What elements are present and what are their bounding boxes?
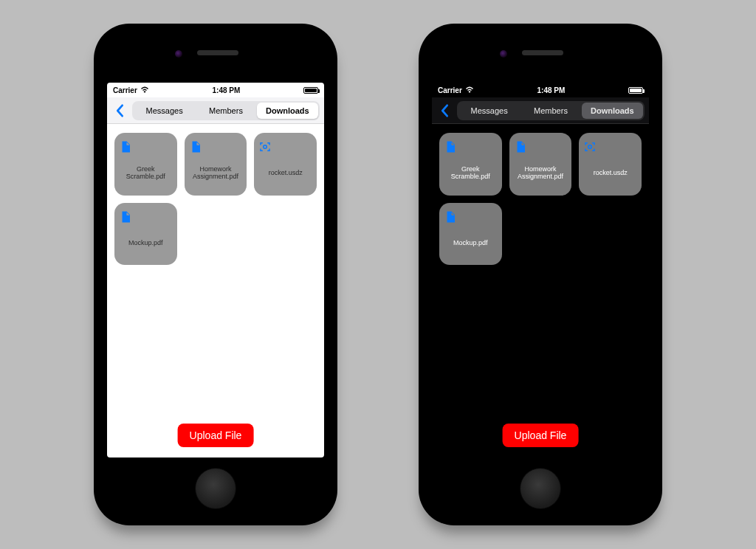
tab-label: Messages (471, 106, 508, 115)
phone-frame-light: Carrier 1:48 PM Messages Members Downloa… (94, 24, 337, 525)
clock-label: 1:48 PM (213, 86, 241, 94)
wifi-icon (465, 86, 474, 94)
file-name: rocket.usdz (269, 155, 303, 191)
clock-label: 1:48 PM (537, 86, 566, 94)
file-name: Greek Scramble.pdf (444, 155, 498, 191)
upload-file-button[interactable]: Upload File (503, 424, 579, 447)
camera-dot (175, 50, 182, 58)
nav-bar: Messages Members Downloads (107, 97, 324, 124)
svg-point-0 (264, 145, 267, 149)
camera-dot (500, 50, 507, 58)
file-name: rocket.usdz (594, 155, 628, 191)
segmented-control: Messages Members Downloads (457, 101, 645, 120)
tab-members[interactable]: Members (520, 103, 581, 119)
segmented-control: Messages Members Downloads (132, 101, 320, 120)
upload-file-button[interactable]: Upload File (178, 424, 254, 447)
tab-messages[interactable]: Messages (134, 103, 195, 119)
tab-label: Downloads (591, 106, 634, 115)
home-button[interactable] (195, 468, 236, 509)
document-icon (119, 210, 132, 224)
file-tile[interactable]: Homework Assignment.pdf (509, 133, 572, 196)
wifi-icon (140, 86, 149, 94)
document-icon (444, 210, 457, 224)
file-tile[interactable]: Greek Scramble.pdf (439, 133, 502, 196)
file-tile[interactable]: rocket.usdz (579, 133, 642, 196)
arkit-icon (583, 140, 597, 153)
back-chevron-icon[interactable] (111, 103, 128, 119)
tab-label: Messages (146, 106, 183, 115)
tab-label: Downloads (266, 106, 309, 115)
battery-icon (303, 87, 318, 94)
document-icon (444, 140, 457, 153)
carrier-label: Carrier (438, 86, 462, 94)
home-button[interactable] (520, 468, 561, 509)
file-grid: Greek Scramble.pdf Homework Assignment.p… (114, 133, 317, 265)
tab-messages[interactable]: Messages (458, 103, 520, 119)
earpiece (197, 50, 238, 55)
phone-frame-dark: Carrier 1:48 PM Messages Members Downloa… (419, 24, 662, 525)
tab-label: Members (534, 106, 568, 115)
tab-members[interactable]: Members (195, 103, 256, 119)
file-name: Homework Assignment.pdf (514, 155, 568, 191)
carrier-label: Carrier (113, 86, 137, 94)
file-name: Mockup.pdf (453, 225, 488, 261)
upload-button-label: Upload File (515, 429, 567, 441)
status-bar: Carrier 1:48 PM (432, 83, 649, 97)
file-grid: Greek Scramble.pdf Homework Assignment.p… (439, 133, 642, 265)
file-tile[interactable]: rocket.usdz (254, 133, 317, 196)
tab-downloads[interactable]: Downloads (582, 103, 643, 119)
nav-bar: Messages Members Downloads (432, 97, 649, 124)
document-icon (119, 140, 132, 153)
tab-downloads[interactable]: Downloads (257, 103, 318, 119)
svg-point-1 (588, 145, 592, 149)
file-name: Mockup.pdf (128, 225, 163, 261)
file-tile[interactable]: Mockup.pdf (439, 203, 502, 266)
upload-button-label: Upload File (190, 429, 242, 441)
earpiece (522, 50, 563, 55)
document-icon (514, 140, 527, 153)
status-bar: Carrier 1:48 PM (107, 83, 324, 97)
back-chevron-icon[interactable] (436, 103, 453, 119)
arkit-icon (258, 140, 272, 153)
screen-dark: Carrier 1:48 PM Messages Members Downloa… (432, 83, 649, 458)
file-name: Greek Scramble.pdf (119, 155, 173, 191)
screen-light: Carrier 1:48 PM Messages Members Downloa… (107, 83, 324, 458)
tab-label: Members (209, 106, 243, 115)
battery-icon (628, 87, 643, 94)
document-icon (189, 140, 202, 153)
file-tile[interactable]: Greek Scramble.pdf (114, 133, 177, 196)
file-name: Homework Assignment.pdf (189, 155, 243, 191)
downloads-content: Greek Scramble.pdf Homework Assignment.p… (432, 124, 649, 458)
file-tile[interactable]: Homework Assignment.pdf (185, 133, 247, 196)
downloads-content: Greek Scramble.pdf Homework Assignment.p… (107, 124, 324, 458)
file-tile[interactable]: Mockup.pdf (114, 203, 177, 266)
